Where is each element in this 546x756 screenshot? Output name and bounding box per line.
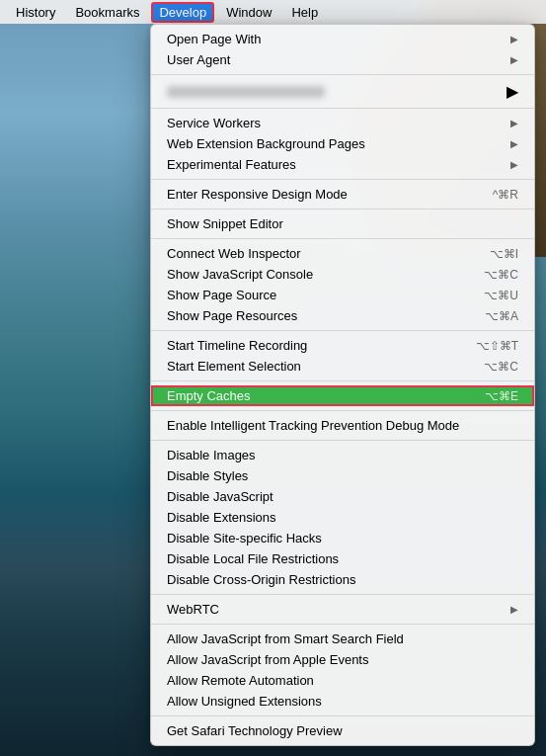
divider-6 (151, 330, 534, 331)
menu-show-js-console[interactable]: Show JavaScript Console ⌥⌘C (151, 264, 534, 285)
menu-show-page-source[interactable]: Show Page Source ⌥⌘U (151, 285, 534, 305)
submenu-arrow: ▶ (510, 604, 518, 615)
menu-user-agent[interactable]: User Agent ▶ (151, 49, 534, 70)
blurred-text-content (167, 86, 325, 98)
submenu-arrow: ▶ (510, 159, 518, 170)
menu-disable-javascript[interactable]: Disable JavaScript (151, 486, 534, 507)
menu-allow-js-search[interactable]: Allow JavaScript from Smart Search Field (151, 629, 534, 649)
menu-safari-tech-preview[interactable]: Get Safari Technology Preview (151, 720, 534, 741)
divider-12 (151, 715, 534, 716)
menu-snippet-editor[interactable]: Show Snippet Editor (151, 213, 534, 234)
menu-allow-unsigned-extensions[interactable]: Allow Unsigned Extensions (151, 691, 534, 712)
menu-blurred-item[interactable]: ▶ (151, 79, 534, 104)
menu-disable-site-hacks[interactable]: Disable Site-specific Hacks (151, 528, 534, 548)
divider-8 (151, 410, 534, 411)
menu-disable-images[interactable]: Disable Images (151, 445, 534, 465)
divider-3 (151, 179, 534, 180)
menu-experimental-features[interactable]: Experimental Features ▶ (151, 154, 534, 175)
menu-disable-local-file[interactable]: Disable Local File Restrictions (151, 548, 534, 569)
menubar-history[interactable]: History (8, 3, 63, 22)
divider-5 (151, 238, 534, 239)
divider-1 (151, 74, 534, 75)
menu-enable-tracking-debug[interactable]: Enable Intelligent Tracking Prevention D… (151, 415, 534, 436)
menubar-develop[interactable]: Develop (151, 2, 214, 23)
menu-allow-js-apple-events[interactable]: Allow JavaScript from Apple Events (151, 649, 534, 670)
menubar-window[interactable]: Window (218, 3, 279, 22)
menu-open-page-with[interactable]: Open Page With ▶ (151, 29, 534, 49)
menu-disable-extensions[interactable]: Disable Extensions (151, 507, 534, 528)
divider-4 (151, 209, 534, 210)
menu-show-page-resources[interactable]: Show Page Resources ⌥⌘A (151, 305, 534, 326)
menu-bar: History Bookmarks Develop Window Help (0, 0, 546, 24)
divider-11 (151, 624, 534, 625)
submenu-arrow: ▶ (507, 82, 518, 101)
divider-2 (151, 108, 534, 109)
submenu-arrow: ▶ (510, 138, 518, 149)
divider-10 (151, 594, 534, 595)
divider-9 (151, 440, 534, 441)
menu-empty-caches[interactable]: Empty Caches ⌥⌘E (151, 385, 534, 406)
menu-start-element-selection[interactable]: Start Element Selection ⌥⌘C (151, 356, 534, 377)
menu-responsive-design[interactable]: Enter Responsive Design Mode ^⌘R (151, 184, 534, 205)
menu-disable-cross-origin[interactable]: Disable Cross-Origin Restrictions (151, 569, 534, 590)
divider-7 (151, 380, 534, 381)
menu-webrtc[interactable]: WebRTC ▶ (151, 599, 534, 620)
menu-start-timeline[interactable]: Start Timeline Recording ⌥⇧⌘T (151, 335, 534, 356)
menu-service-workers[interactable]: Service Workers ▶ (151, 113, 534, 133)
menu-allow-remote-automation[interactable]: Allow Remote Automation (151, 670, 534, 691)
submenu-arrow: ▶ (510, 34, 518, 44)
submenu-arrow: ▶ (510, 54, 518, 65)
submenu-arrow: ▶ (510, 118, 518, 128)
menu-connect-inspector[interactable]: Connect Web Inspector ⌥⌘I (151, 243, 534, 264)
menu-disable-styles[interactable]: Disable Styles (151, 465, 534, 486)
develop-menu: Open Page With ▶ User Agent ▶ ▶ Service … (150, 24, 535, 746)
menubar-bookmarks[interactable]: Bookmarks (67, 3, 147, 22)
menubar-help[interactable]: Help (283, 3, 326, 22)
menu-web-extension-bg[interactable]: Web Extension Background Pages ▶ (151, 133, 534, 154)
